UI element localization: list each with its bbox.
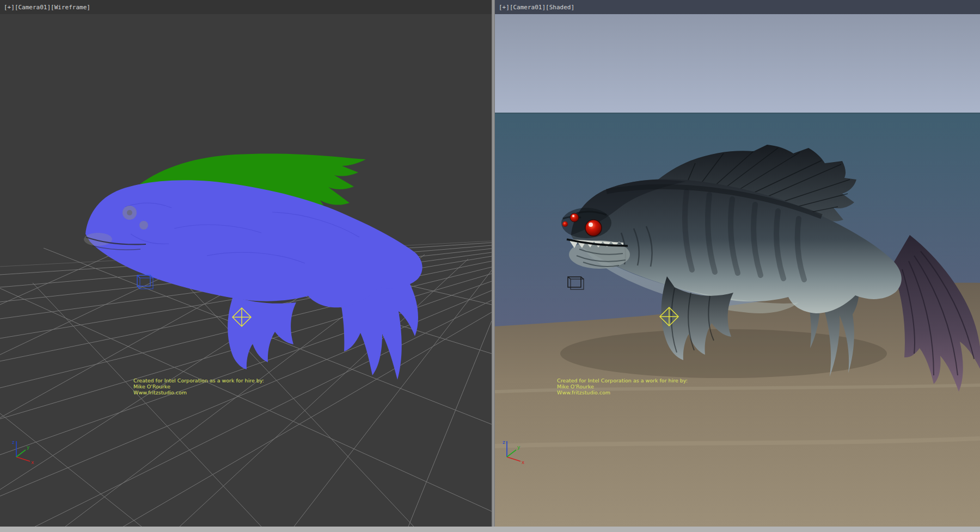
viewport-area: z x y [+][Camera01][Wireframe] Created f… xyxy=(0,0,980,532)
shaded-scene: z x y xyxy=(495,0,980,527)
axis-z-label: z xyxy=(12,440,15,445)
axis-y-label: y xyxy=(27,444,30,450)
axis-x-label: x xyxy=(31,460,34,465)
axis-z-label: z xyxy=(503,440,505,445)
fish-body xyxy=(85,180,422,307)
eye-spot xyxy=(139,221,148,230)
credit-text: Created for Intel Corporation as a work … xyxy=(133,378,264,395)
credit-line: Www.fritzstudio.com xyxy=(557,389,688,395)
eye-highlight xyxy=(572,215,574,217)
leg-fin xyxy=(228,296,296,369)
credit-text: Created for Intel Corporation as a work … xyxy=(557,378,688,395)
viewport-menu-camera[interactable]: [Camera01] xyxy=(15,4,51,11)
eye-large xyxy=(585,220,602,236)
eye-medium xyxy=(570,213,579,222)
credit-line: Created for Intel Corporation as a work … xyxy=(133,378,264,383)
credit-line: Www.fritzstudio.com xyxy=(133,389,264,395)
snout-shading xyxy=(84,233,112,246)
viewport-menu-shading[interactable]: [Shaded] xyxy=(546,4,574,11)
viewport-menu-camera[interactable]: [Camera01] xyxy=(510,4,546,11)
viewport-menu-general[interactable]: [+] xyxy=(499,4,510,11)
viewport-label-bar: [+][Camera01][Wireframe] xyxy=(0,0,492,14)
viewport-menu-general[interactable]: [+] xyxy=(4,4,15,11)
axis-x-label: x xyxy=(522,460,525,465)
eye-pupil xyxy=(127,210,132,215)
eye-small xyxy=(562,221,568,227)
axis-tripod: z x y xyxy=(12,440,34,465)
viewport-shaded[interactable]: z x y [+][Camera01][Shaded] Created for … xyxy=(495,0,980,527)
fish-model-wireframe[interactable] xyxy=(84,153,422,380)
box-helper[interactable] xyxy=(137,275,153,289)
viewport-menu-shading[interactable]: [Wireframe] xyxy=(51,4,90,11)
sky xyxy=(495,0,980,114)
axis-y-label: y xyxy=(517,444,520,450)
viewport-label-bar: [+][Camera01][Shaded] xyxy=(495,0,980,14)
credit-line: Mike O'Rourke xyxy=(557,383,688,389)
viewport-wireframe[interactable]: z x y [+][Camera01][Wireframe] Created f… xyxy=(0,0,492,527)
window-edge xyxy=(0,527,980,532)
credit-line: Created for Intel Corporation as a work … xyxy=(557,378,688,383)
credit-line: Mike O'Rourke xyxy=(133,383,264,389)
eye-highlight xyxy=(589,222,593,227)
wireframe-scene: z x y xyxy=(0,0,492,527)
